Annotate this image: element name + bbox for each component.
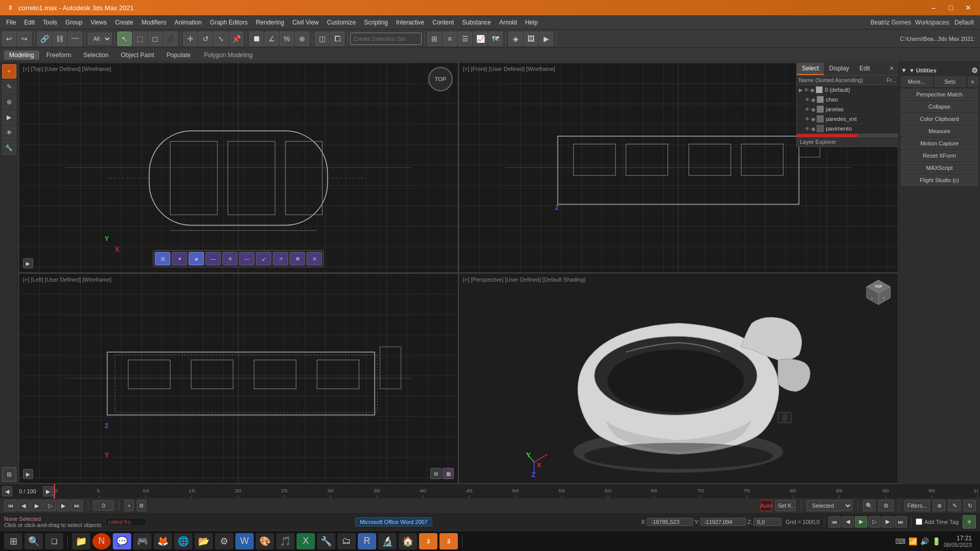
layer-paredes-color[interactable] <box>817 115 824 122</box>
layer-explorer-label[interactable]: Layer Explorer <box>797 137 898 146</box>
firefox-btn[interactable]: 🦊 <box>154 533 172 549</box>
y-coord-input[interactable] <box>700 518 746 526</box>
task-view-button[interactable]: ❑ <box>45 533 63 549</box>
poly-tool-3[interactable]: — <box>206 252 221 265</box>
sets-button[interactable]: Sets <box>935 77 966 87</box>
house-btn[interactable]: 🏠 <box>399 533 417 549</box>
layer-tab-display[interactable]: Display <box>824 63 854 75</box>
systray-volume[interactable]: 🔊 <box>920 537 929 545</box>
layer-0-eye[interactable]: 👁 <box>804 87 809 93</box>
settings-btn[interactable]: ⚙ <box>215 533 233 549</box>
minimize-button[interactable]: – <box>926 3 941 13</box>
unlink-button[interactable]: ⛓ <box>53 32 67 46</box>
percent-snap[interactable]: % <box>280 32 294 46</box>
menu-substance[interactable]: Substance <box>458 17 495 28</box>
layer-chao-color[interactable] <box>817 96 824 103</box>
nav-cube-persp[interactable]: TOP L F <box>865 278 893 306</box>
maximize-button[interactable]: □ <box>943 3 959 13</box>
layer-close-btn[interactable]: ✕ <box>885 63 898 75</box>
select-button[interactable]: ↖ <box>117 32 132 46</box>
auto-key-btn[interactable]: Auto <box>760 500 772 511</box>
layer-0-vis[interactable]: ◉ <box>810 87 815 93</box>
motion-capture-btn[interactable]: Motion Capture <box>901 138 978 149</box>
layer-0-expand[interactable]: ▶ <box>799 87 803 93</box>
menu-group[interactable]: Group <box>61 17 86 28</box>
edge-btn[interactable]: 🌐 <box>174 533 192 549</box>
discord-btn[interactable]: 💬 <box>113 533 131 549</box>
viewport-persp-label[interactable]: [+] [Perspective] [User Defined] [Defaul… <box>463 277 585 283</box>
start-button[interactable]: ⊞ <box>4 533 22 549</box>
play-btn[interactable]: ▶ <box>31 500 43 511</box>
render-frame[interactable]: 🖼 <box>524 32 538 46</box>
time-config-btn[interactable]: ⚙ <box>137 500 146 511</box>
place-button[interactable]: 📌 <box>229 32 243 46</box>
vp-left-play[interactable]: ▶ <box>23 469 33 479</box>
tl-extra-2[interactable]: ✎ <box>948 500 961 511</box>
files-btn[interactable]: 🗂 <box>337 533 356 549</box>
undo-button[interactable]: ↩ <box>2 32 16 46</box>
systray-battery[interactable]: 🔋 <box>932 537 941 545</box>
tl-search-btn[interactable]: 🔍 <box>863 500 875 511</box>
tl-counter[interactable]: 0 / 100 <box>12 488 43 494</box>
systray-keyboard[interactable]: ⌨ <box>895 537 905 545</box>
menu-customize[interactable]: Customize <box>323 17 360 28</box>
poly-tool-4[interactable]: ✛ <box>223 252 238 265</box>
utilities-options-icon[interactable]: ⚙ <box>971 66 978 74</box>
tl-prev-btn[interactable]: ◀ <box>2 486 12 496</box>
scale-button[interactable]: ⤡ <box>214 32 228 46</box>
utilities-collapse-icon[interactable]: ▼ <box>901 67 907 74</box>
selected-dropdown[interactable]: Selected <box>806 500 852 511</box>
rotate-button[interactable]: ↺ <box>199 32 213 46</box>
menu-help[interactable]: Help <box>521 17 542 28</box>
vp-top-play[interactable]: ▶ <box>23 258 33 268</box>
util-options-btn[interactable]: ≡ <box>968 77 978 87</box>
status-play[interactable]: ▶ <box>855 516 867 528</box>
art-btn[interactable]: 🎨 <box>256 533 274 549</box>
command-panel-modify[interactable]: ✎ <box>2 80 16 94</box>
create-selection-set-input[interactable] <box>350 33 422 45</box>
tl-extra-3[interactable]: ↻ <box>964 500 976 511</box>
menu-tools[interactable]: Tools <box>39 17 61 28</box>
menu-content[interactable]: Content <box>428 17 458 28</box>
add-key-btn[interactable]: + <box>963 515 976 529</box>
poly-tool-8[interactable]: ✻ <box>290 252 305 265</box>
next-frame-btn[interactable]: ▶ <box>57 500 69 511</box>
collapse-btn[interactable]: Collapse <box>901 101 978 112</box>
viewport-top-label[interactable]: [+] [Top] [User Defined] [Wireframe] <box>23 66 111 72</box>
user-name[interactable]: Beatriz Gomes <box>870 19 911 26</box>
layer-row-0[interactable]: ▶ 👁 ◉ 0 (default) <box>797 85 898 95</box>
status-next[interactable]: ▶ <box>881 516 894 528</box>
add-time-tag-checkbox[interactable] <box>916 518 922 525</box>
select-lasso-button[interactable]: ◻ <box>148 32 162 46</box>
poly-tool-2[interactable]: ◈ <box>189 252 204 265</box>
poly-tool-7[interactable]: ↗ <box>273 252 288 265</box>
vp-4views-btn[interactable]: ▦ <box>443 468 454 479</box>
revit-btn[interactable]: R <box>358 533 376 549</box>
mirror-button[interactable]: ◫ <box>315 32 329 46</box>
video-btn[interactable]: N <box>92 533 111 549</box>
layer-janelas-vis[interactable]: ◉ <box>811 107 816 112</box>
perspective-match-btn[interactable]: Perspective Match <box>901 89 978 100</box>
tl-ruler[interactable]: 0 5 10 15 20 25 30 35 40 45 50 <box>53 484 978 498</box>
layer-paredes-eye[interactable]: 👁 <box>805 116 810 122</box>
filter-dropdown[interactable]: All <box>88 33 112 45</box>
layer-chao-eye[interactable]: 👁 <box>805 97 810 103</box>
track-view[interactable]: 📈 <box>473 32 487 46</box>
command-panel-display[interactable]: 👁 <box>2 126 16 140</box>
menu-rendering[interactable]: Rendering <box>252 17 288 28</box>
x-coord-input[interactable] <box>647 518 693 526</box>
tl-extra-1[interactable]: ⊕ <box>933 500 945 511</box>
menu-civil-view[interactable]: Civil View <box>288 17 323 28</box>
layer-janelas-eye[interactable]: 👁 <box>805 107 810 112</box>
layer-paredes-vis[interactable]: ◉ <box>811 116 816 122</box>
frame-input[interactable]: 0 <box>93 500 114 511</box>
status-go-end[interactable]: ⏭ <box>895 516 907 528</box>
mirror-sel[interactable]: ≡ <box>443 32 457 46</box>
3ds1-btn[interactable]: 3 <box>419 533 437 549</box>
quick-render[interactable]: ▶ <box>539 32 553 46</box>
more-button[interactable]: More... <box>901 77 933 87</box>
command-panel-hierarchy[interactable]: ⊕ <box>2 95 16 109</box>
excel-btn[interactable]: X <box>297 533 315 549</box>
layer-row-paredes[interactable]: 👁 ◉ paredes_ext <box>797 114 898 124</box>
systray-network[interactable]: 📶 <box>909 537 917 545</box>
